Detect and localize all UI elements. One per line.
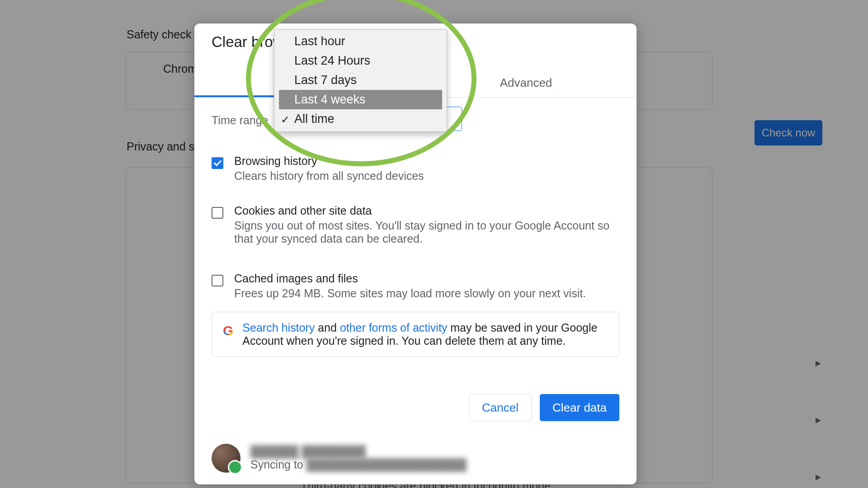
option-description: Frees up 294 MB. Some sites may load mor… (234, 287, 619, 300)
account-email-redacted: ████████████████████ (307, 458, 467, 471)
google-account-info-box: G Search history and other forms of acti… (212, 312, 619, 357)
option-row-browsing-history: Browsing history Clears history from all… (212, 155, 619, 183)
dialog-footer: Cancel Clear data (469, 394, 619, 421)
clear-data-button[interactable]: Clear data (540, 394, 619, 421)
option-row-cache: Cached images and files Frees up 294 MB.… (212, 272, 619, 300)
chevron-right-icon: ▸ (816, 357, 821, 369)
account-name-redacted: ██████ ████████ (250, 445, 467, 458)
syncing-to-label: Syncing to ████████████████████ (250, 458, 467, 471)
dropdown-option-last-hour[interactable]: Last hour (274, 32, 447, 51)
sync-account-row: ██████ ████████ Syncing to █████████████… (212, 444, 467, 473)
dropdown-option-last-7-days[interactable]: Last 7 days (274, 70, 447, 90)
checkbox-cookies[interactable] (212, 207, 223, 219)
dropdown-option-last-24-hours[interactable]: Last 24 Hours (274, 51, 447, 70)
avatar (212, 444, 241, 473)
other-activity-link[interactable]: other forms of activity (340, 321, 448, 334)
option-title: Cached images and files (234, 272, 619, 285)
option-title: Browsing history (234, 155, 619, 168)
checkbox-browsing-history[interactable] (212, 157, 223, 169)
option-title: Cookies and other site data (234, 204, 619, 217)
search-history-link[interactable]: Search history (242, 321, 315, 334)
checkbox-cache[interactable] (212, 275, 223, 286)
time-range-dropdown: Last hour Last 24 Hours Last 7 days Last… (274, 29, 447, 132)
check-now-button[interactable]: Check now (755, 120, 822, 145)
option-description: Signs you out of most sites. You'll stay… (234, 219, 619, 245)
option-row-cookies: Cookies and other site data Signs you ou… (212, 204, 619, 245)
tab-advanced[interactable]: Advanced (415, 68, 637, 97)
info-text: Search history and other forms of activi… (242, 321, 608, 347)
check-icon: ✓ (281, 113, 290, 126)
time-range-label: Time range (212, 114, 269, 127)
chevron-right-icon: ▸ (816, 413, 821, 426)
dropdown-option-last-4-weeks[interactable]: Last 4 weeks (279, 90, 442, 109)
dropdown-option-all-time[interactable]: ✓All time (274, 109, 447, 129)
cancel-button[interactable]: Cancel (469, 394, 532, 421)
google-logo-icon: G (223, 323, 233, 347)
chevron-right-icon: ▸ (816, 470, 821, 483)
option-description: Clears history from all synced devices (234, 169, 619, 183)
safety-check-heading: Safety check (127, 28, 191, 41)
